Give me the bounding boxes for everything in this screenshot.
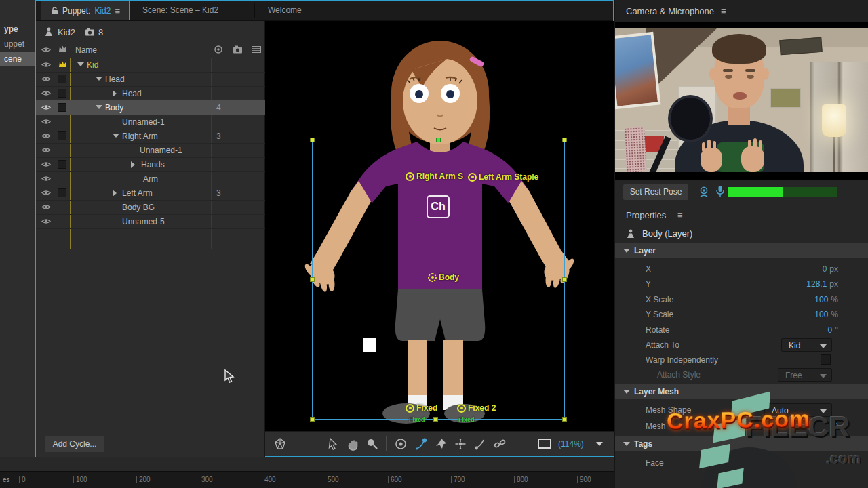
dragger-tool-icon[interactable] bbox=[414, 437, 428, 451]
staple-handle-icon[interactable] bbox=[406, 172, 414, 181]
eye-icon[interactable] bbox=[41, 60, 51, 69]
view-options-icon[interactable] bbox=[538, 439, 551, 449]
panel-menu-icon[interactable]: ≡ bbox=[677, 210, 683, 220]
project-item-scene[interactable]: cene bbox=[0, 52, 38, 66]
prop-row-warp-independently[interactable]: Warp Independently bbox=[615, 352, 868, 367]
transform-pin-tool-icon[interactable] bbox=[454, 437, 467, 451]
layer-row-unnamed-1[interactable]: Unnamed-1 bbox=[36, 115, 265, 129]
tab-puppet[interactable]: Puppet: Kid2 ≡ bbox=[41, 1, 130, 20]
layer-checkbox[interactable] bbox=[58, 160, 66, 169]
webcam-icon[interactable] bbox=[698, 186, 710, 198]
expand-arrow[interactable] bbox=[96, 105, 102, 109]
eye-icon[interactable] bbox=[41, 160, 51, 169]
prop-row-y-scale[interactable]: Y Scale 100% bbox=[615, 307, 868, 322]
collapse-arrow[interactable] bbox=[113, 90, 117, 97]
cursor-tool-icon[interactable] bbox=[326, 437, 340, 451]
handle-right-arm-staple[interactable]: Right Arm S bbox=[406, 171, 463, 181]
layer-row-body[interactable]: Body 4 bbox=[36, 100, 265, 115]
selection-handle-tl[interactable] bbox=[310, 138, 315, 142]
zoom-level[interactable]: (114%) bbox=[558, 439, 584, 449]
prop-row-rotate[interactable]: Rotate 0° bbox=[615, 323, 868, 338]
zoom-caret-icon[interactable] bbox=[596, 442, 603, 446]
eye-icon[interactable] bbox=[41, 89, 51, 98]
layer-row-left-arm[interactable]: Left Arm 3 bbox=[36, 186, 265, 201]
staple-handle-icon[interactable] bbox=[468, 173, 477, 182]
prop-row-x[interactable]: X 0px bbox=[615, 262, 868, 277]
hand-tool-icon[interactable] bbox=[346, 437, 359, 451]
stick-tool-icon[interactable] bbox=[473, 437, 487, 451]
section-collapse-arrow[interactable] bbox=[623, 442, 630, 446]
handle-left-arm-staple[interactable]: Left Arm Staple bbox=[468, 172, 538, 182]
section-layer[interactable]: Layer bbox=[615, 243, 868, 258]
selection-handle-bl[interactable] bbox=[310, 417, 315, 422]
expand-arrow[interactable] bbox=[96, 77, 102, 81]
prop-value[interactable]: 0 bbox=[823, 264, 827, 274]
record-column-icon[interactable] bbox=[214, 45, 223, 54]
handle-fixed[interactable]: Fixed bbox=[406, 403, 437, 413]
tab-welcome[interactable]: Welcome bbox=[258, 1, 311, 20]
section-layer-mesh[interactable]: Layer Mesh bbox=[615, 384, 868, 399]
fixed-handle-icon[interactable] bbox=[406, 404, 414, 413]
prop-value[interactable]: 100 bbox=[814, 310, 828, 319]
prop-row-y[interactable]: Y 128.1px bbox=[615, 277, 868, 291]
panel-menu-icon[interactable]: ≡ bbox=[115, 6, 120, 16]
layer-checkbox[interactable] bbox=[58, 131, 66, 140]
eye-icon[interactable] bbox=[41, 146, 51, 155]
microphone-icon[interactable] bbox=[715, 185, 725, 198]
crown-icon[interactable] bbox=[58, 60, 67, 68]
layer-row-kid[interactable]: Kid bbox=[36, 58, 265, 73]
layer-checkbox[interactable] bbox=[58, 89, 66, 98]
eye-icon[interactable] bbox=[41, 117, 51, 126]
collapse-arrow[interactable] bbox=[113, 190, 117, 197]
selection-handle-tr[interactable] bbox=[562, 138, 567, 142]
eye-icon[interactable] bbox=[41, 174, 51, 183]
grid-column-icon[interactable] bbox=[252, 46, 261, 53]
layer-row-hands[interactable]: Hands bbox=[36, 157, 265, 172]
set-rest-pose-button[interactable]: Set Rest Pose bbox=[623, 184, 688, 200]
origin-handle-square[interactable] bbox=[363, 338, 376, 352]
layer-row-unnamed-1b[interactable]: Unnamed-1 bbox=[36, 143, 265, 158]
prop-value[interactable]: 128.1 bbox=[806, 279, 827, 289]
layer-row-unnamed-5[interactable]: Unnamed-5 bbox=[36, 214, 265, 229]
dangle-tool-icon[interactable] bbox=[493, 437, 507, 451]
prop-row-x-scale[interactable]: X Scale 100% bbox=[615, 292, 868, 307]
fixed-handle-icon[interactable] bbox=[457, 404, 466, 413]
layer-row-head-2[interactable]: Head bbox=[36, 86, 265, 101]
eye-icon[interactable] bbox=[41, 131, 51, 140]
pin-tool-icon[interactable] bbox=[434, 437, 448, 451]
add-cycle-button[interactable]: Add Cycle... bbox=[45, 436, 104, 452]
warp-independently-checkbox[interactable] bbox=[821, 354, 831, 365]
handle-body[interactable]: Body bbox=[428, 272, 459, 282]
show-mesh-icon[interactable] bbox=[273, 437, 287, 451]
collapse-arrow[interactable] bbox=[131, 161, 135, 168]
eye-icon[interactable] bbox=[41, 103, 51, 112]
prop-row-attach-to[interactable]: Attach To Kid bbox=[615, 338, 868, 352]
prop-value[interactable]: 0 bbox=[828, 325, 833, 335]
zoom-tool-icon[interactable] bbox=[366, 437, 379, 451]
selection-handle-ml[interactable] bbox=[310, 277, 315, 282]
timeline-ruler[interactable]: es 0 100 200 300 400 500 600 700 800 900 bbox=[0, 471, 614, 488]
project-item-puppet[interactable]: uppet bbox=[0, 37, 38, 52]
expand-arrow[interactable] bbox=[77, 62, 84, 66]
loose-handle-icon[interactable] bbox=[428, 273, 437, 282]
selection-handle-bottom-center[interactable] bbox=[433, 417, 438, 422]
eye-icon[interactable] bbox=[41, 203, 51, 211]
camera-column-icon[interactable] bbox=[233, 45, 243, 54]
eye-icon[interactable] bbox=[41, 75, 51, 83]
puppet-viewport[interactable]: Right Arm S Left Arm Staple Body Fixed F… bbox=[265, 21, 614, 431]
section-collapse-arrow[interactable] bbox=[623, 390, 630, 394]
eye-icon[interactable] bbox=[41, 217, 51, 226]
layer-checkbox[interactable] bbox=[58, 75, 66, 83]
layer-row-arm[interactable]: Arm bbox=[36, 171, 265, 186]
panel-menu-icon[interactable]: ≡ bbox=[721, 6, 726, 16]
layer-checkbox[interactable] bbox=[58, 103, 66, 112]
layer-row-body-bg[interactable]: Body BG bbox=[36, 200, 265, 215]
layer-row-right-arm[interactable]: Right Arm 3 bbox=[36, 129, 265, 144]
prop-value[interactable]: 100 bbox=[814, 295, 828, 304]
selection-handle-mr[interactable] bbox=[562, 277, 567, 282]
layer-checkbox[interactable] bbox=[58, 188, 66, 197]
layer-row-head[interactable]: Head bbox=[36, 72, 265, 87]
handle-fixed-2[interactable]: Fixed 2 bbox=[457, 403, 496, 413]
eye-icon[interactable] bbox=[41, 188, 51, 197]
tab-scene[interactable]: Scene: Scene – Kid2 bbox=[133, 1, 228, 20]
